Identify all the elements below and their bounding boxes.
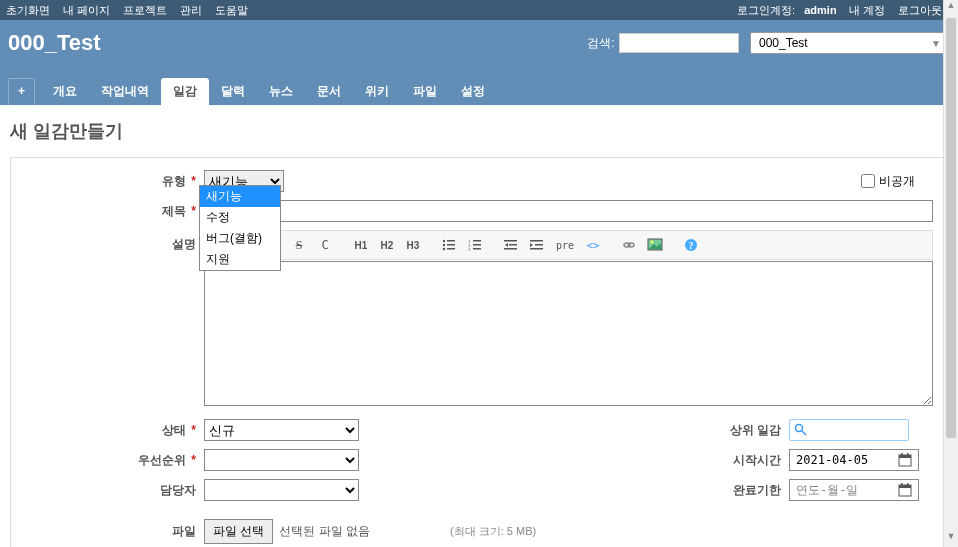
row-priority: 우선순위 *	[19, 449, 479, 471]
select-assignee[interactable]	[204, 479, 359, 501]
type-option-1[interactable]: 수정	[200, 207, 280, 228]
label-due: 완료기한	[479, 482, 789, 499]
tb-outdent[interactable]	[499, 234, 523, 256]
nav-myaccount[interactable]: 내 계정	[849, 4, 885, 16]
tab-files[interactable]: 파일	[401, 78, 449, 105]
label-parent: 상위 일감	[479, 422, 789, 439]
row-type: 유형 * 새기능 비공개	[19, 170, 939, 192]
nav-mypage[interactable]: 내 페이지	[63, 4, 110, 16]
tb-codeblock[interactable]: <>	[581, 234, 605, 256]
issue-form: 유형 * 새기능 비공개 제목 * 설명 B I U S C	[10, 157, 948, 547]
svg-rect-15	[504, 248, 517, 250]
svg-rect-16	[530, 240, 543, 242]
tb-indent[interactable]	[525, 234, 549, 256]
nav-home[interactable]: 초기화면	[6, 4, 50, 16]
select-status[interactable]: 신규	[204, 419, 359, 441]
label-subject: 제목 *	[19, 203, 204, 220]
header: 000_Test 검색: 000_Test ▼ + 개요 작업내역 일감 달력 …	[0, 20, 958, 105]
row-status: 상태 * 신규	[19, 419, 479, 441]
tab-settings[interactable]: 설정	[449, 78, 497, 105]
svg-rect-35	[901, 483, 903, 486]
tab-new[interactable]: +	[8, 78, 35, 105]
svg-rect-34	[899, 485, 911, 488]
tab-overview[interactable]: 개요	[41, 78, 89, 105]
tab-calendar[interactable]: 달력	[209, 78, 257, 105]
type-option-3[interactable]: 지원	[200, 249, 280, 270]
tb-link[interactable]	[617, 234, 641, 256]
svg-rect-32	[907, 453, 909, 456]
svg-rect-1	[447, 240, 455, 242]
label-description: 설명	[19, 230, 204, 253]
label-private: 비공개	[879, 173, 915, 190]
calendar-icon	[898, 483, 912, 497]
scroll-up-icon[interactable]: ▲	[944, 0, 958, 16]
svg-rect-7	[473, 240, 481, 242]
editor-wrap: B I U S C H1 H2 H3 123	[204, 230, 933, 409]
tb-ul[interactable]	[437, 234, 461, 256]
tb-help[interactable]: ?	[679, 234, 703, 256]
type-option-0[interactable]: 새기능	[200, 186, 280, 207]
login-user[interactable]: admin	[804, 4, 836, 16]
svg-point-2	[443, 244, 445, 246]
top-menu: 초기화면 내 페이지 프로젝트 관리 도움말 로그인계정: admin 내 계정…	[0, 0, 958, 20]
nav-help[interactable]: 도움말	[215, 4, 248, 16]
tab-documents[interactable]: 문서	[305, 78, 353, 105]
vertical-scrollbar[interactable]: ▲ ▼	[943, 0, 958, 547]
nav-projects[interactable]: 프로젝트	[123, 4, 167, 16]
button-choose-file[interactable]: 파일 선택	[204, 519, 273, 544]
svg-rect-18	[535, 244, 543, 246]
svg-point-23	[651, 241, 654, 244]
top-menu-right: 로그인계정: admin 내 계정 로그아웃	[737, 3, 952, 18]
nav-logout[interactable]: 로그아웃	[898, 4, 942, 16]
row-description: 설명 B I U S C H1 H2 H3 12	[19, 230, 939, 409]
scroll-down-icon[interactable]: ▼	[944, 531, 958, 547]
input-start-date[interactable]: 2021-04-05	[789, 449, 919, 471]
nav-admin[interactable]: 관리	[180, 4, 202, 16]
type-dropdown-open[interactable]: 새기능 수정 버그(결함) 지원	[199, 185, 281, 271]
tb-h3[interactable]: H3	[401, 234, 425, 256]
textarea-description[interactable]	[204, 261, 933, 406]
tab-wiki[interactable]: 위키	[353, 78, 401, 105]
input-subject[interactable]	[204, 200, 933, 222]
svg-point-0	[443, 240, 445, 242]
svg-text:?: ?	[689, 240, 694, 251]
svg-point-27	[796, 425, 803, 432]
main-tabs: + 개요 작업내역 일감 달력 뉴스 문서 위키 파일 설정	[8, 78, 497, 105]
scroll-thumb[interactable]	[946, 18, 956, 438]
project-selector[interactable]: 000_Test ▼	[750, 32, 950, 54]
tb-strike[interactable]: S	[287, 234, 311, 256]
search-label: 검색:	[587, 35, 614, 52]
tb-image[interactable]	[643, 234, 667, 256]
tab-issues[interactable]: 일감	[161, 78, 209, 105]
search-input[interactable]	[619, 33, 739, 53]
search-icon	[794, 423, 808, 437]
svg-rect-19	[530, 248, 543, 250]
tb-ol[interactable]: 123	[463, 234, 487, 256]
page-heading: 새 일감만들기	[10, 119, 948, 143]
svg-rect-3	[447, 244, 455, 246]
svg-rect-12	[504, 240, 517, 242]
row-due: 완료기한 연도-월-일	[479, 479, 939, 501]
tb-pre[interactable]: pre	[551, 234, 579, 256]
tb-code[interactable]: C	[313, 234, 337, 256]
select-priority[interactable]	[204, 449, 359, 471]
svg-rect-11	[473, 248, 481, 250]
svg-marker-17	[530, 243, 533, 247]
svg-line-28	[802, 431, 806, 435]
svg-rect-14	[509, 244, 517, 246]
type-option-2[interactable]: 버그(결함)	[200, 228, 280, 249]
input-due-date[interactable]: 연도-월-일	[789, 479, 919, 501]
start-date-value: 2021-04-05	[796, 453, 868, 467]
tb-h1[interactable]: H1	[349, 234, 373, 256]
svg-rect-36	[907, 483, 909, 486]
file-max-text: (최대 크기: 5 MB)	[450, 524, 536, 539]
tb-h2[interactable]: H2	[375, 234, 399, 256]
svg-point-21	[628, 243, 634, 247]
checkbox-private[interactable]	[861, 174, 875, 188]
label-start: 시작시간	[479, 452, 789, 469]
tab-news[interactable]: 뉴스	[257, 78, 305, 105]
row-assignee: 담당자	[19, 479, 479, 501]
due-date-placeholder: 연도-월-일	[796, 482, 858, 499]
tab-activity[interactable]: 작업내역	[89, 78, 161, 105]
input-parent[interactable]	[789, 419, 909, 441]
